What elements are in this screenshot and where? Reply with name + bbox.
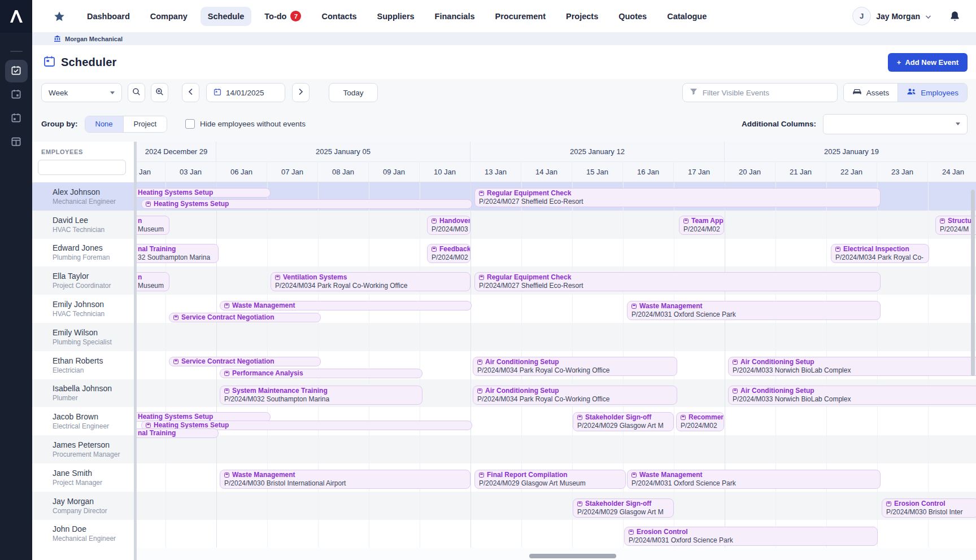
group-by-option-project[interactable]: Project xyxy=(123,116,167,132)
event-title: Regular Equipment Check xyxy=(479,189,877,198)
filter-events-input[interactable] xyxy=(703,89,830,97)
event-calendar-icon xyxy=(479,473,484,478)
nav-item-to-do[interactable]: To-do7 xyxy=(257,6,308,27)
event-bar-final-report-compilation[interactable]: Final Report CompilationP/2024/M029 Glas… xyxy=(474,470,626,489)
employee-row-jay-morgan[interactable]: Jay MorganCompany Director xyxy=(32,492,134,520)
event-title-text: Waste Management xyxy=(232,301,295,310)
nav-item-projects[interactable]: Projects xyxy=(559,7,605,26)
event-bar-air-conditioning-setup[interactable]: Air Conditioning SetupP/2024/M033 Norwic… xyxy=(728,357,976,376)
today-button[interactable]: Today xyxy=(329,83,378,102)
nav-item-company[interactable]: Company xyxy=(143,7,195,26)
event-bar-nal-training[interactable]: nal Training xyxy=(137,428,219,438)
event-bar-heating-systems-setup[interactable]: Heating Systems Setup xyxy=(137,188,271,198)
event-bar-handover-i[interactable]: Handover IP/2024/M03 xyxy=(427,216,470,235)
nav-item-quotes[interactable]: Quotes xyxy=(611,7,654,26)
add-new-event-button[interactable]: + Add New Event xyxy=(888,53,968,72)
event-bar-service-contract-negotiation[interactable]: Service Contract Negotiation xyxy=(169,357,321,366)
hide-employees-checkbox[interactable] xyxy=(185,119,195,129)
zoom-in-search-button[interactable] xyxy=(151,83,168,102)
event-bar-erosion-control[interactable]: Erosion ControlP/2024/M031 Oxford Scienc… xyxy=(624,527,878,546)
event-bar-nal-training[interactable]: nal Training32 Southampton Marina xyxy=(137,244,219,263)
next-period-button[interactable] xyxy=(292,83,310,102)
date-picker[interactable]: 14/01/2025 xyxy=(206,83,285,102)
event-project-text: P/2024/M034 Park Royal Co-Working Office xyxy=(275,282,467,290)
nav-item-dashboard[interactable]: Dashboard xyxy=(80,7,137,26)
employee-row-edward-jones[interactable]: Edward JonesPlumbing Foreman xyxy=(32,239,134,267)
favorites-star-icon[interactable] xyxy=(54,11,65,22)
event-bar-air-conditioning-setup[interactable]: Air Conditioning SetupP/2024/M034 Park R… xyxy=(473,357,677,376)
horizontal-scrollbar-thumb[interactable] xyxy=(529,554,616,558)
nav-item-suppliers[interactable]: Suppliers xyxy=(370,7,422,26)
employees-toggle-button[interactable]: Employees xyxy=(897,84,967,102)
employee-row-john-doe[interactable]: John DoeMechanical Engineer xyxy=(32,520,134,548)
notifications-bell-icon[interactable] xyxy=(949,11,960,22)
event-bar-waste-management[interactable]: Waste ManagementP/2024/M030 Bristol Inte… xyxy=(220,470,470,489)
sidebar-item-calendar[interactable] xyxy=(5,84,28,106)
sidebar-item-scheduler[interactable] xyxy=(5,60,28,82)
event-bar-performance-analysis[interactable]: Performance Analysis xyxy=(220,369,422,378)
event-bar-ventilation-systems[interactable]: Ventilation SystemsP/2024/M034 Park Roya… xyxy=(271,272,470,291)
nav-item-schedule[interactable]: Schedule xyxy=(201,7,251,26)
event-bar-regular-equipment-check[interactable]: Regular Equipment CheckP/2024/M027 Sheff… xyxy=(474,272,881,291)
employee-row-jane-smith[interactable]: Jane SmithProject Manager xyxy=(32,463,134,492)
employee-row-david-lee[interactable]: David LeeHVAC Technician xyxy=(32,211,134,239)
employee-row-alex-johnson[interactable]: Alex JohnsonMechanical Engineer xyxy=(32,182,134,211)
sidebar-item-planner[interactable] xyxy=(5,107,28,130)
employee-row-jacob-brown[interactable]: Jacob BrownElectrical Engineer xyxy=(32,407,134,435)
nav-item-contacts[interactable]: Contacts xyxy=(314,7,364,26)
assets-toggle-button[interactable]: Assets xyxy=(844,84,898,102)
employee-row-emily-wilson[interactable]: Emily WilsonPlumbing Specialist xyxy=(32,323,134,351)
employee-row-james-peterson[interactable]: James PetersonProcurement Manager xyxy=(32,435,134,463)
event-bar-air-conditioning-setup[interactable]: Air Conditioning SetupP/2024/M033 Norwic… xyxy=(728,386,976,405)
breadcrumb[interactable]: Morgan Mechanical xyxy=(32,33,976,45)
event-bar-service-contract-negotiation[interactable]: Service Contract Negotiation xyxy=(169,313,321,322)
app-logo-icon[interactable] xyxy=(0,0,32,33)
event-bar-waste-management[interactable]: Waste ManagementP/2024/M031 Oxford Scien… xyxy=(627,470,881,489)
event-project-text: P/2024/M02 xyxy=(432,253,467,262)
event-project-text: P/2024/M03 xyxy=(432,225,467,234)
additional-columns-select[interactable] xyxy=(823,114,968,134)
event-calendar-icon xyxy=(224,371,229,376)
event-project-text: P/2024/M031 Oxford Science Park xyxy=(629,536,874,545)
event-bar-electrical-inspection[interactable]: Electrical InspectionP/2024/M034 Park Ro… xyxy=(831,244,929,263)
event-bar-erosion-control[interactable]: Erosion ControlP/2024/M030 Bristol Inter xyxy=(882,498,976,518)
employee-row-emily-johnson[interactable]: Emily JohnsonHVAC Technician xyxy=(32,295,134,323)
event-bar-heating-systems-setup[interactable]: Heating Systems Setup xyxy=(141,199,472,209)
employee-search-input[interactable] xyxy=(38,160,126,175)
event-bar-system-maintenance-training[interactable]: System Maintenance TrainingP/2024/M032 S… xyxy=(220,386,422,405)
event-bar-feedback[interactable]: FeedbackP/2024/M02 xyxy=(427,244,470,263)
employee-role: Mechanical Engineer xyxy=(53,198,134,205)
employee-role: Electrician xyxy=(53,366,134,374)
employee-row-ethan-roberts[interactable]: Ethan RobertsElectrician xyxy=(32,351,134,379)
event-bar-recommer[interactable]: RecommerP/2024/M02 xyxy=(676,412,724,431)
vertical-scrollbar-thumb[interactable] xyxy=(971,190,975,376)
zoom-out-search-button[interactable] xyxy=(128,83,145,102)
event-bar-waste-management[interactable]: Waste ManagementP/2024/M031 Oxford Scien… xyxy=(627,301,881,320)
event-bar-structu[interactable]: StructuP/2024/M xyxy=(935,216,976,235)
event-bar-n[interactable]: nMuseum xyxy=(137,272,169,291)
employee-role: Procurement Manager xyxy=(53,450,134,458)
event-bar-air-conditioning-setup[interactable]: Air Conditioning SetupP/2024/M034 Park R… xyxy=(473,386,677,405)
user-menu[interactable]: J Jay Morgan xyxy=(852,7,931,25)
event-bar-team-app[interactable]: Team AppP/2024/M02 xyxy=(679,216,724,235)
employee-row-ella-taylor[interactable]: Ella TaylorProject Coordinator xyxy=(32,266,134,295)
sidebar-item-board[interactable] xyxy=(5,131,28,154)
prev-period-button[interactable] xyxy=(182,83,199,102)
event-project-text: P/2024/M030 Bristol Inter xyxy=(886,508,975,517)
avatar: J xyxy=(852,7,871,25)
additional-columns-label: Additional Columns: xyxy=(742,120,816,128)
view-mode-select[interactable]: Week xyxy=(41,83,122,102)
employee-name: Ella Taylor xyxy=(53,272,134,281)
event-title-text: System Maintenance Training xyxy=(232,387,328,395)
event-bar-stakeholder-sign-off[interactable]: Stakeholder Sign-offP/2024/M029 Glasgow … xyxy=(573,412,674,431)
event-bar-waste-management[interactable]: Waste Management xyxy=(220,301,472,310)
event-bar-stakeholder-sign-off[interactable]: Stakeholder Sign-offP/2024/M029 Glasgow … xyxy=(573,498,674,518)
nav-item-procurement[interactable]: Procurement xyxy=(488,7,553,26)
event-title-text: nal Training xyxy=(138,429,176,438)
nav-item-catalogue[interactable]: Catalogue xyxy=(660,7,714,26)
group-by-option-none[interactable]: None xyxy=(85,116,123,132)
event-bar-n[interactable]: nMuseum xyxy=(137,216,169,235)
event-bar-regular-equipment-check[interactable]: Regular Equipment CheckP/2024/M027 Sheff… xyxy=(474,188,881,207)
nav-item-financials[interactable]: Financials xyxy=(428,7,482,26)
employee-row-isabella-johnson[interactable]: Isabella JohnsonPlumber xyxy=(32,379,134,408)
